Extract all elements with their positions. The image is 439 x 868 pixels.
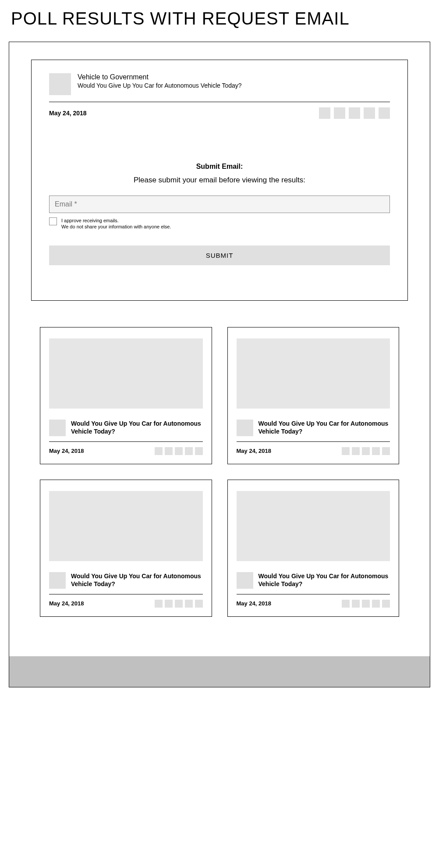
related-avatar-placeholder: [49, 572, 66, 589]
consent-checkbox[interactable]: [49, 217, 57, 225]
share-icon[interactable]: [319, 107, 330, 119]
related-date: May 24, 2018: [49, 448, 84, 454]
email-description: Please submit your email before viewing …: [49, 176, 390, 185]
related-date: May 24, 2018: [237, 600, 272, 607]
related-meta: May 24, 2018: [49, 594, 203, 608]
share-icon[interactable]: [342, 447, 350, 455]
poll-question: Would You Give Up You Car for Autonomous…: [78, 82, 390, 89]
consent-line: We do not share your information with an…: [61, 224, 171, 230]
share-icon[interactable]: [362, 600, 370, 608]
main-poll-card: Vehicle to Government Would You Give Up …: [31, 60, 408, 301]
related-share-icons: [155, 600, 203, 608]
related-thumbnail-placeholder: [237, 338, 390, 409]
share-icon[interactable]: [352, 447, 360, 455]
page-frame: Vehicle to Government Would You Give Up …: [9, 42, 430, 687]
share-icon[interactable]: [352, 600, 360, 608]
related-meta: May 24, 2018: [237, 594, 390, 608]
related-card[interactable]: Would You Give Up You Car for Autonomous…: [40, 327, 212, 464]
email-heading: Submit Email:: [49, 163, 390, 171]
share-icon[interactable]: [185, 600, 193, 608]
related-title: Would You Give Up You Car for Autonomous…: [71, 572, 203, 589]
share-icon[interactable]: [155, 600, 163, 608]
related-title: Would You Give Up You Car for Autonomous…: [258, 420, 390, 436]
site-name: Vehicle to Government: [78, 73, 390, 81]
related-avatar-placeholder: [49, 420, 66, 436]
share-icons: [319, 107, 390, 119]
related-card[interactable]: Would You Give Up You Car for Autonomous…: [40, 480, 212, 617]
related-avatar-placeholder: [237, 420, 253, 436]
related-header: Would You Give Up You Car for Autonomous…: [237, 572, 390, 594]
page-title: POLL RESULTS WITH REQUEST EMAIL: [0, 0, 439, 42]
related-title: Would You Give Up You Car for Autonomous…: [258, 572, 390, 589]
consent-text: I approve receiving emails. We do not sh…: [61, 217, 171, 230]
share-icon[interactable]: [382, 600, 390, 608]
share-icon[interactable]: [382, 447, 390, 455]
share-icon[interactable]: [379, 107, 390, 119]
share-icon[interactable]: [185, 447, 193, 455]
related-card[interactable]: Would You Give Up You Car for Autonomous…: [227, 327, 400, 464]
share-icon[interactable]: [165, 600, 173, 608]
related-share-icons: [342, 600, 390, 608]
email-gate-section: Submit Email: Please submit your email b…: [49, 163, 390, 265]
submit-button[interactable]: SUBMIT: [49, 245, 390, 265]
share-icon[interactable]: [334, 107, 345, 119]
related-avatar-placeholder: [237, 572, 253, 589]
related-meta: May 24, 2018: [49, 442, 203, 455]
related-header: Would You Give Up You Car for Autonomous…: [49, 572, 203, 594]
email-input[interactable]: [49, 196, 390, 213]
related-share-icons: [155, 447, 203, 455]
main-titles: Vehicle to Government Would You Give Up …: [78, 73, 390, 89]
related-thumbnail-placeholder: [49, 491, 203, 561]
related-thumbnail-placeholder: [237, 491, 390, 561]
share-icon[interactable]: [165, 447, 173, 455]
related-card[interactable]: Would You Give Up You Car for Autonomous…: [227, 480, 400, 617]
related-header: Would You Give Up You Car for Autonomous…: [49, 420, 203, 441]
related-date: May 24, 2018: [49, 600, 84, 607]
related-header: Would You Give Up You Car for Autonomous…: [237, 420, 390, 441]
related-share-icons: [342, 447, 390, 455]
share-icon[interactable]: [372, 447, 380, 455]
related-title: Would You Give Up You Car for Autonomous…: [71, 420, 203, 436]
consent-line: I approve receiving emails.: [61, 217, 171, 224]
share-icon[interactable]: [342, 600, 350, 608]
share-icon[interactable]: [362, 447, 370, 455]
footer-placeholder: [9, 656, 430, 687]
share-icon[interactable]: [175, 447, 183, 455]
share-icon[interactable]: [195, 447, 203, 455]
publish-date: May 24, 2018: [49, 110, 87, 117]
related-thumbnail-placeholder: [49, 338, 203, 409]
share-icon[interactable]: [349, 107, 360, 119]
share-icon[interactable]: [364, 107, 375, 119]
share-icon[interactable]: [175, 600, 183, 608]
main-header: Vehicle to Government Would You Give Up …: [49, 73, 390, 102]
consent-row: I approve receiving emails. We do not sh…: [49, 217, 390, 230]
share-icon[interactable]: [195, 600, 203, 608]
related-grid: Would You Give Up You Car for Autonomous…: [9, 327, 430, 639]
author-avatar-placeholder: [49, 73, 71, 95]
related-date: May 24, 2018: [237, 448, 272, 454]
meta-row: May 24, 2018: [49, 102, 390, 119]
share-icon[interactable]: [372, 600, 380, 608]
related-meta: May 24, 2018: [237, 442, 390, 455]
share-icon[interactable]: [155, 447, 163, 455]
